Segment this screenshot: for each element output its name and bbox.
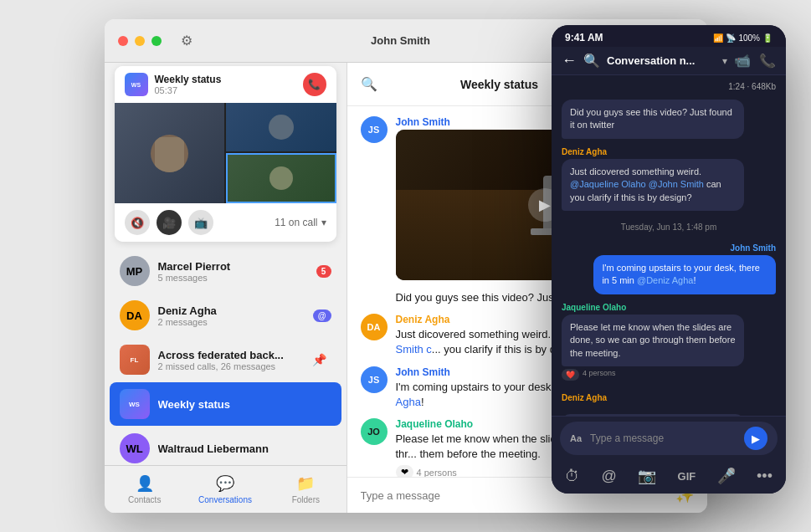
mobile-chat: 1:24 · 648Kb Did you guys see this video… <box>552 75 786 416</box>
reaction-count: 4 persons <box>417 468 457 477</box>
traffic-lights <box>118 36 162 46</box>
nav-folders[interactable]: 📁 Folders <box>265 471 346 508</box>
toolbar-camera-icon[interactable]: 📷 <box>638 467 656 485</box>
mobile-sender-deniz: Deniz Agha <box>562 147 744 156</box>
video-thumb-2 <box>226 103 336 151</box>
mobile-bubble-deniz: Just dicovered something weird. @Jaqueli… <box>562 159 744 211</box>
mobile-msg-jaq: Jaqueline Olaho Please let me know when … <box>562 303 744 381</box>
settings-icon[interactable]: ⚙ <box>175 29 198 53</box>
conv-sub-deniz: 2 messages <box>158 317 305 327</box>
maximize-button[interactable] <box>151 36 162 46</box>
msg-avatar-john: JS <box>361 116 388 143</box>
mobile-phone-icon[interactable]: 📞 <box>759 53 776 69</box>
mobile-video-icon[interactable]: 📹 <box>734 53 751 69</box>
mobile-mention-john: @John Smith <box>649 179 704 189</box>
mobile-mention-jaq: @Jaqueline Olaho <box>570 179 646 189</box>
conv-badge-marcel: 5 <box>316 265 331 278</box>
toolbar-more-icon[interactable]: ••• <box>757 468 773 485</box>
conv-badge-deniz: @ <box>313 309 331 322</box>
conv-avatar-deniz: DA <box>120 300 150 330</box>
mobile-input-area: Aa Type a message ▶ <box>552 416 786 460</box>
reaction-heart[interactable]: ❤ <box>396 465 413 477</box>
conversations-icon: 💬 <box>216 474 234 493</box>
toolbar-mention-icon[interactable]: @ <box>601 468 616 485</box>
conv-info-weekly: Weekly status <box>158 398 331 411</box>
conv-item-marcel[interactable]: MP Marcel Pierrot 5 messages 5 <box>110 249 341 293</box>
toolbar-timer-icon[interactable]: ⏱ <box>565 468 580 485</box>
mute-button[interactable]: 🔇 <box>125 210 150 235</box>
conv-info-marcel: Marcel Pierrot 5 messages <box>158 260 308 283</box>
mobile-header-icons: 📹 📞 <box>734 53 776 69</box>
video-call-widget: WS Weekly status 05:37 📞 <box>115 66 336 242</box>
toolbar-mic-icon[interactable]: 🎤 <box>717 467 736 485</box>
conversation-list: MP Marcel Pierrot 5 messages 5 DA Deniz … <box>105 248 346 465</box>
conv-avatar-weekly: WS <box>120 389 150 419</box>
minimize-button[interactable] <box>135 36 145 46</box>
conv-name-weekly: Weekly status <box>158 398 331 411</box>
msg-avatar-jaqueline: JO <box>361 418 388 445</box>
mobile-sender-jaq: Jaqueline Olaho <box>562 303 744 312</box>
battery-icon: 🔋 <box>762 33 773 43</box>
nav-contacts[interactable]: 👤 Contacts <box>105 471 185 508</box>
call-group-avatar: WS <box>125 73 148 96</box>
hang-up-button[interactable]: 📞 <box>303 73 326 96</box>
mobile-message-input[interactable]: Type a message <box>590 432 739 444</box>
mobile-overlay: 9:41 AM 📶 📡 100% 🔋 ← 🔍 Conversation n...… <box>552 25 786 494</box>
mobile-status-bar: 9:41 AM 📶 📡 100% 🔋 <box>552 25 786 47</box>
conv-item-deniz[interactable]: DA Deniz Agha 2 messages @ <box>110 294 341 337</box>
call-name: Weekly status <box>155 74 303 85</box>
conv-badge-federated: 📌 <box>307 351 331 368</box>
screen-share-button[interactable]: 📺 <box>188 210 213 235</box>
video-toggle-button[interactable]: 🎥 <box>157 210 182 235</box>
conv-item-weekly[interactable]: WS Weekly status <box>110 382 341 426</box>
mobile-bottom-toolbar: ⏱ @ 📷 GIF 🎤 ••• <box>552 460 786 494</box>
wifi-icon: 📡 <box>726 33 736 43</box>
conv-item-federated[interactable]: FL Across federated back... 2 missed cal… <box>110 338 341 381</box>
conv-avatar-federated: FL <box>120 345 150 375</box>
conv-item-waltraud[interactable]: WL Waltraud Liebermann <box>110 427 341 465</box>
mobile-msg-1: Did you guys see this video? Just found … <box>562 100 744 139</box>
chevron-down-icon: ▾ <box>722 55 727 67</box>
sidebar: WS Weekly status 05:37 📞 <box>105 63 347 513</box>
msg-avatar-john-2: JS <box>361 366 388 393</box>
chat-search-icon[interactable]: 🔍 <box>361 76 377 92</box>
font-size-icon: Aa <box>570 433 582 443</box>
signal-icon: 📶 <box>713 33 723 43</box>
mobile-search-icon[interactable]: 🔍 <box>583 53 600 69</box>
folders-icon: 📁 <box>296 474 315 493</box>
mobile-msg-deniz: Deniz Agha Just dicovered something weir… <box>562 147 744 211</box>
video-file-info: 1:24 · 648Kb <box>562 82 776 91</box>
mobile-status-icons: 📶 📡 100% 🔋 <box>713 33 773 43</box>
video-thumb-1 <box>115 103 225 203</box>
mobile-divider: Tuesday, Jun 13, 1:48 pm <box>562 219 776 235</box>
conv-avatar-marcel: MP <box>120 256 150 286</box>
mobile-mention-deniz: @Deniz Agha <box>637 275 693 285</box>
nav-conversations[interactable]: 💬 Conversations <box>185 471 265 508</box>
mobile-reactions: ❤️ 4 persons <box>562 369 744 381</box>
conv-sub-federated: 2 missed calls, 26 messages <box>158 361 299 371</box>
conv-avatar-waltraud: WL <box>120 433 150 463</box>
conv-name-federated: Across federated back... <box>158 349 299 361</box>
conv-name-waltraud: Waltraud Liebermann <box>158 442 331 455</box>
window-title: John Smith <box>198 34 603 47</box>
video-controls: 🔇 🎥 📺 11 on call ▾ <box>115 203 336 242</box>
back-button[interactable]: ← <box>562 52 577 69</box>
mobile-reaction-count: 4 persons <box>583 369 616 381</box>
mobile-conv-title: Conversation n... <box>607 54 716 67</box>
video-thumb-3 <box>226 153 336 203</box>
mobile-time: 9:41 AM <box>565 32 603 43</box>
mobile-send-button[interactable]: ▶ <box>744 427 767 450</box>
close-button[interactable] <box>118 36 128 46</box>
conv-info-deniz: Deniz Agha 2 messages <box>158 304 305 327</box>
msg-avatar-deniz: DA <box>361 314 388 340</box>
call-info: Weekly status 05:37 <box>155 74 303 95</box>
call-timer: 05:37 <box>155 85 303 95</box>
mobile-reaction-heart[interactable]: ❤️ <box>562 369 579 381</box>
toolbar-gif-icon[interactable]: GIF <box>678 470 696 483</box>
sidebar-bottom-nav: 👤 Contacts 💬 Conversations 📁 Folders <box>105 465 346 513</box>
mobile-msg-john-sent: John Smith I'm coming upstairs to your d… <box>593 243 776 294</box>
mobile-sender-john: John Smith <box>593 243 776 253</box>
conv-info-federated: Across federated back... 2 missed calls,… <box>158 349 299 371</box>
contacts-icon: 👤 <box>136 474 154 493</box>
call-header: WS Weekly status 05:37 📞 <box>115 66 336 103</box>
